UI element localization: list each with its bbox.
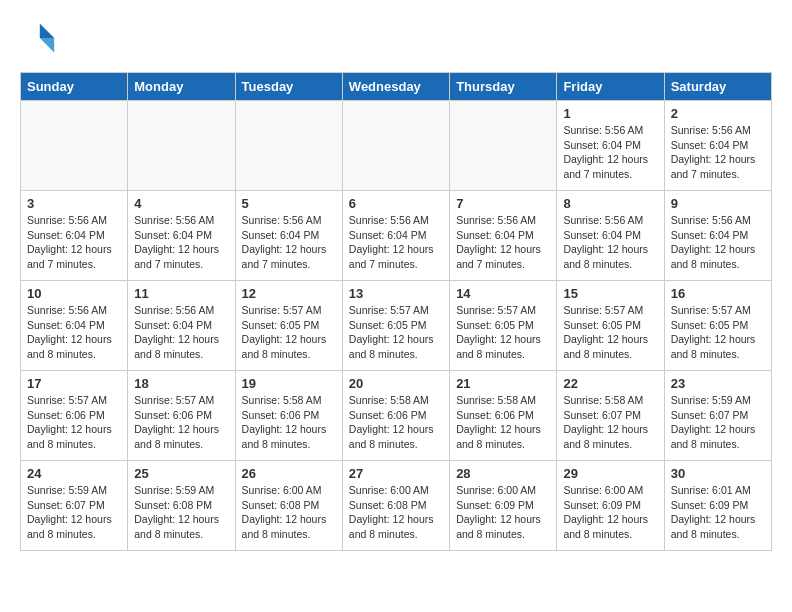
day-number: 21 xyxy=(456,376,550,391)
day-info: Sunrise: 5:56 AM Sunset: 6:04 PM Dayligh… xyxy=(671,213,765,272)
day-number: 11 xyxy=(134,286,228,301)
logo-icon xyxy=(20,20,56,56)
day-info: Sunrise: 5:57 AM Sunset: 6:05 PM Dayligh… xyxy=(671,303,765,362)
weekday-header-wednesday: Wednesday xyxy=(342,73,449,101)
weekday-header-tuesday: Tuesday xyxy=(235,73,342,101)
day-info: Sunrise: 5:56 AM Sunset: 6:04 PM Dayligh… xyxy=(563,123,657,182)
day-info: Sunrise: 5:58 AM Sunset: 6:06 PM Dayligh… xyxy=(349,393,443,452)
calendar-cell xyxy=(235,101,342,191)
calendar-cell xyxy=(342,101,449,191)
calendar-cell: 6Sunrise: 5:56 AM Sunset: 6:04 PM Daylig… xyxy=(342,191,449,281)
calendar-cell: 13Sunrise: 5:57 AM Sunset: 6:05 PM Dayli… xyxy=(342,281,449,371)
logo xyxy=(20,20,60,56)
weekday-header-saturday: Saturday xyxy=(664,73,771,101)
calendar-cell xyxy=(21,101,128,191)
day-number: 13 xyxy=(349,286,443,301)
calendar-cell: 14Sunrise: 5:57 AM Sunset: 6:05 PM Dayli… xyxy=(450,281,557,371)
week-row-5: 24Sunrise: 5:59 AM Sunset: 6:07 PM Dayli… xyxy=(21,461,772,551)
calendar-cell: 18Sunrise: 5:57 AM Sunset: 6:06 PM Dayli… xyxy=(128,371,235,461)
day-info: Sunrise: 5:57 AM Sunset: 6:05 PM Dayligh… xyxy=(563,303,657,362)
day-info: Sunrise: 5:58 AM Sunset: 6:06 PM Dayligh… xyxy=(242,393,336,452)
day-info: Sunrise: 5:57 AM Sunset: 6:05 PM Dayligh… xyxy=(349,303,443,362)
day-number: 30 xyxy=(671,466,765,481)
day-info: Sunrise: 5:57 AM Sunset: 6:06 PM Dayligh… xyxy=(134,393,228,452)
day-info: Sunrise: 5:56 AM Sunset: 6:04 PM Dayligh… xyxy=(671,123,765,182)
weekday-header-sunday: Sunday xyxy=(21,73,128,101)
day-number: 2 xyxy=(671,106,765,121)
calendar-cell: 26Sunrise: 6:00 AM Sunset: 6:08 PM Dayli… xyxy=(235,461,342,551)
calendar-cell: 4Sunrise: 5:56 AM Sunset: 6:04 PM Daylig… xyxy=(128,191,235,281)
day-info: Sunrise: 5:56 AM Sunset: 6:04 PM Dayligh… xyxy=(27,303,121,362)
calendar-cell: 15Sunrise: 5:57 AM Sunset: 6:05 PM Dayli… xyxy=(557,281,664,371)
calendar-cell: 17Sunrise: 5:57 AM Sunset: 6:06 PM Dayli… xyxy=(21,371,128,461)
day-info: Sunrise: 6:00 AM Sunset: 6:09 PM Dayligh… xyxy=(456,483,550,542)
day-info: Sunrise: 5:56 AM Sunset: 6:04 PM Dayligh… xyxy=(242,213,336,272)
day-number: 15 xyxy=(563,286,657,301)
week-row-3: 10Sunrise: 5:56 AM Sunset: 6:04 PM Dayli… xyxy=(21,281,772,371)
day-number: 6 xyxy=(349,196,443,211)
day-info: Sunrise: 5:56 AM Sunset: 6:04 PM Dayligh… xyxy=(134,213,228,272)
day-number: 10 xyxy=(27,286,121,301)
calendar-cell: 5Sunrise: 5:56 AM Sunset: 6:04 PM Daylig… xyxy=(235,191,342,281)
calendar-cell: 11Sunrise: 5:56 AM Sunset: 6:04 PM Dayli… xyxy=(128,281,235,371)
page-header xyxy=(20,20,772,56)
week-row-1: 1Sunrise: 5:56 AM Sunset: 6:04 PM Daylig… xyxy=(21,101,772,191)
day-info: Sunrise: 6:00 AM Sunset: 6:08 PM Dayligh… xyxy=(242,483,336,542)
day-info: Sunrise: 5:56 AM Sunset: 6:04 PM Dayligh… xyxy=(563,213,657,272)
calendar-cell: 16Sunrise: 5:57 AM Sunset: 6:05 PM Dayli… xyxy=(664,281,771,371)
calendar-cell xyxy=(450,101,557,191)
day-number: 18 xyxy=(134,376,228,391)
calendar-cell: 30Sunrise: 6:01 AM Sunset: 6:09 PM Dayli… xyxy=(664,461,771,551)
svg-marker-0 xyxy=(40,24,54,38)
day-info: Sunrise: 5:59 AM Sunset: 6:08 PM Dayligh… xyxy=(134,483,228,542)
day-info: Sunrise: 5:58 AM Sunset: 6:06 PM Dayligh… xyxy=(456,393,550,452)
weekday-header-friday: Friday xyxy=(557,73,664,101)
day-number: 29 xyxy=(563,466,657,481)
calendar-cell: 20Sunrise: 5:58 AM Sunset: 6:06 PM Dayli… xyxy=(342,371,449,461)
day-number: 27 xyxy=(349,466,443,481)
day-info: Sunrise: 5:57 AM Sunset: 6:05 PM Dayligh… xyxy=(242,303,336,362)
svg-marker-1 xyxy=(40,38,54,52)
week-row-4: 17Sunrise: 5:57 AM Sunset: 6:06 PM Dayli… xyxy=(21,371,772,461)
weekday-header-row: SundayMondayTuesdayWednesdayThursdayFrid… xyxy=(21,73,772,101)
calendar-cell: 24Sunrise: 5:59 AM Sunset: 6:07 PM Dayli… xyxy=(21,461,128,551)
calendar-cell: 8Sunrise: 5:56 AM Sunset: 6:04 PM Daylig… xyxy=(557,191,664,281)
calendar-cell xyxy=(128,101,235,191)
calendar-cell: 28Sunrise: 6:00 AM Sunset: 6:09 PM Dayli… xyxy=(450,461,557,551)
day-number: 1 xyxy=(563,106,657,121)
day-info: Sunrise: 6:00 AM Sunset: 6:08 PM Dayligh… xyxy=(349,483,443,542)
calendar-cell: 25Sunrise: 5:59 AM Sunset: 6:08 PM Dayli… xyxy=(128,461,235,551)
day-number: 19 xyxy=(242,376,336,391)
calendar-cell: 12Sunrise: 5:57 AM Sunset: 6:05 PM Dayli… xyxy=(235,281,342,371)
day-number: 12 xyxy=(242,286,336,301)
weekday-header-monday: Monday xyxy=(128,73,235,101)
calendar-cell: 2Sunrise: 5:56 AM Sunset: 6:04 PM Daylig… xyxy=(664,101,771,191)
weekday-header-thursday: Thursday xyxy=(450,73,557,101)
day-number: 8 xyxy=(563,196,657,211)
day-info: Sunrise: 5:57 AM Sunset: 6:06 PM Dayligh… xyxy=(27,393,121,452)
day-number: 5 xyxy=(242,196,336,211)
day-info: Sunrise: 5:59 AM Sunset: 6:07 PM Dayligh… xyxy=(27,483,121,542)
day-number: 14 xyxy=(456,286,550,301)
day-info: Sunrise: 5:56 AM Sunset: 6:04 PM Dayligh… xyxy=(27,213,121,272)
day-number: 20 xyxy=(349,376,443,391)
day-number: 26 xyxy=(242,466,336,481)
day-number: 22 xyxy=(563,376,657,391)
day-number: 4 xyxy=(134,196,228,211)
day-info: Sunrise: 6:00 AM Sunset: 6:09 PM Dayligh… xyxy=(563,483,657,542)
calendar-cell: 10Sunrise: 5:56 AM Sunset: 6:04 PM Dayli… xyxy=(21,281,128,371)
day-number: 7 xyxy=(456,196,550,211)
day-number: 28 xyxy=(456,466,550,481)
calendar-cell: 22Sunrise: 5:58 AM Sunset: 6:07 PM Dayli… xyxy=(557,371,664,461)
day-number: 16 xyxy=(671,286,765,301)
day-number: 9 xyxy=(671,196,765,211)
calendar-cell: 27Sunrise: 6:00 AM Sunset: 6:08 PM Dayli… xyxy=(342,461,449,551)
calendar-cell: 21Sunrise: 5:58 AM Sunset: 6:06 PM Dayli… xyxy=(450,371,557,461)
day-info: Sunrise: 5:56 AM Sunset: 6:04 PM Dayligh… xyxy=(134,303,228,362)
calendar-cell: 29Sunrise: 6:00 AM Sunset: 6:09 PM Dayli… xyxy=(557,461,664,551)
day-number: 3 xyxy=(27,196,121,211)
day-info: Sunrise: 5:56 AM Sunset: 6:04 PM Dayligh… xyxy=(349,213,443,272)
day-number: 24 xyxy=(27,466,121,481)
day-info: Sunrise: 5:59 AM Sunset: 6:07 PM Dayligh… xyxy=(671,393,765,452)
calendar-cell: 23Sunrise: 5:59 AM Sunset: 6:07 PM Dayli… xyxy=(664,371,771,461)
